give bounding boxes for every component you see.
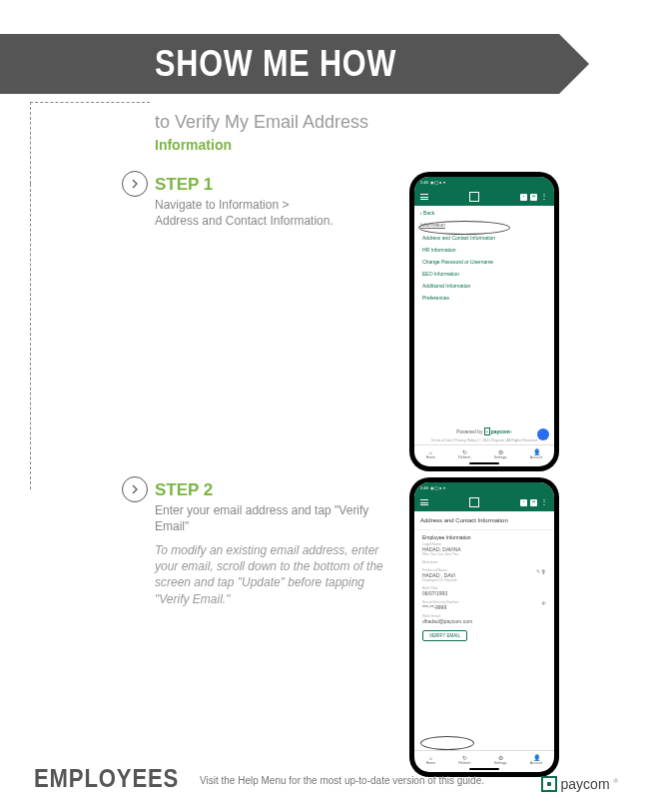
refresh-icon: ↻	[458, 754, 470, 761]
banner-title: SHOW ME HOW	[155, 43, 396, 85]
menu-item-eeo[interactable]: EEO Information	[414, 268, 554, 280]
verify-email-button[interactable]: VERIFY EMAIL	[422, 630, 467, 641]
nav-home[interactable]: ⌂Home	[426, 755, 435, 765]
status-icons: ◉ ◯ ● ▾	[430, 485, 445, 490]
step-1-desc: Navigate to Information > Address and Co…	[155, 197, 333, 229]
status-icons: ◉ ◯ ● ▾	[430, 180, 445, 185]
refresh-icon: ↻	[458, 448, 470, 455]
app-bar: • ✉ ⋮	[414, 493, 554, 511]
hamburger-icon[interactable]	[420, 194, 428, 200]
mail-icon[interactable]: ✉	[530, 194, 537, 201]
paycom-icon: ▪	[484, 427, 490, 435]
phone-mock-2: 2:48 ◉ ◯ ● ▾ • ✉ ⋮ Address and Contact I…	[409, 477, 559, 777]
step-marker-1	[122, 171, 148, 197]
mail-icon[interactable]: ✉	[530, 499, 537, 506]
back-button[interactable]: ‹ Back	[414, 206, 554, 220]
terms-text: Terms of Use | Privacy Policy | © 2021 P…	[414, 438, 554, 442]
step-marker-2	[122, 476, 148, 502]
chevron-right-icon	[130, 179, 140, 189]
highlight-ellipse	[418, 221, 510, 235]
nav-settings[interactable]: ⚙Settings	[494, 754, 507, 765]
page-title: Address and Contact Information	[414, 511, 554, 530]
powered-by: Powered by ▪paycom®	[414, 428, 554, 434]
app-logo-icon	[469, 192, 479, 202]
powered-label: Powered by	[456, 428, 484, 434]
status-bar: 2:48 ◉ ◯ ● ▾	[414, 177, 554, 188]
fab-button[interactable]	[537, 428, 549, 440]
nav-account[interactable]: 👤Account	[530, 448, 543, 459]
connector-line	[30, 184, 150, 489]
brand-text: paycom	[561, 776, 610, 792]
phone-mock-1: 2:48 ◉ ◯ ● ▾ • ✉ ⋮ ‹ Back Information Ad…	[409, 172, 559, 471]
nav-settings[interactable]: ⚙Settings	[494, 448, 507, 459]
banner: SHOW ME HOW	[0, 34, 559, 94]
footer-note: Visit the Help Menu for the most up-to-d…	[200, 775, 484, 786]
app-bar: • ✉ ⋮	[414, 188, 554, 206]
android-nav-bar	[414, 768, 554, 772]
nav-refresh[interactable]: ↻Refresh	[458, 448, 470, 459]
bottom-nav: ⌂Home ↻Refresh ⚙Settings 👤Account	[414, 750, 554, 768]
nav-refresh[interactable]: ↻Refresh	[458, 754, 470, 765]
phone-screen: 2:48 ◉ ◯ ● ▾ • ✉ ⋮ Address and Contact I…	[414, 482, 554, 772]
step-2-desc: Enter your email address and tap "Verify…	[155, 502, 384, 534]
gear-icon: ⚙	[494, 754, 507, 761]
field-preferred-name: ✎ 🗑 Preferred Name HADAD , DAVI Displaye…	[414, 567, 554, 585]
registered-mark: ®	[614, 778, 618, 784]
step-1-label: STEP 1	[155, 175, 213, 195]
status-time: 2:48	[420, 180, 428, 185]
field-value: 06/07/1993	[422, 590, 546, 596]
page-subtitle: to Verify My Email Address	[155, 112, 368, 133]
breadcrumb: Information	[155, 137, 232, 153]
field-nickname: Nickname	[414, 559, 554, 567]
app-logo-icon	[469, 497, 479, 507]
menu-list: Address and Contact Information HR Infor…	[414, 230, 554, 306]
person-icon: 👤	[530, 754, 543, 761]
highlight-ellipse	[420, 736, 474, 750]
field-sublabel: Who You Can See This	[422, 552, 546, 556]
field-value: ***-**-9999	[422, 604, 546, 610]
paycom-icon	[541, 776, 557, 792]
field-value[interactable]: dhadad@paycom.com	[422, 618, 546, 624]
person-icon: 👤	[530, 448, 543, 455]
edit-icon[interactable]: ✎ 🗑	[536, 568, 546, 574]
audience-label: EMPLOYEES	[34, 763, 179, 794]
overflow-icon[interactable]: ⋮	[540, 498, 548, 506]
status-bar: 2:48 ◉ ◯ ● ▾	[414, 482, 554, 493]
notification-icon[interactable]: •	[520, 499, 527, 506]
menu-item-password[interactable]: Change Password or Username	[414, 256, 554, 268]
nav-account[interactable]: 👤Account	[530, 754, 543, 765]
field-label: Nickname	[422, 560, 546, 564]
field-sublabel: Displayed On Paystub	[422, 578, 546, 582]
footer-logo: paycom ®	[541, 776, 618, 792]
field-work-email: Work Email dhadad@paycom.com	[414, 613, 554, 627]
section-header: Employee Information	[414, 530, 554, 541]
notification-icon[interactable]: •	[520, 194, 527, 201]
menu-item-additional[interactable]: Additional Information	[414, 280, 554, 292]
step-2-label: STEP 2	[155, 480, 213, 500]
chevron-right-icon	[130, 484, 140, 494]
field-ssn: 👁 Social Security Number ***-**-9999	[414, 599, 554, 613]
menu-item-hr[interactable]: HR Information	[414, 244, 554, 256]
visibility-icon[interactable]: 👁	[541, 600, 546, 606]
phone-screen: 2:48 ◉ ◯ ● ▾ • ✉ ⋮ ‹ Back Information Ad…	[414, 177, 554, 466]
field-legal-name: Legal Name HADAD, DAVINA Who You Can See…	[414, 541, 554, 559]
menu-item-preferences[interactable]: Preferences	[414, 292, 554, 304]
overflow-icon[interactable]: ⋮	[540, 193, 548, 201]
android-nav-bar	[414, 462, 554, 466]
bottom-nav: ⌂Home ↻Refresh ⚙Settings 👤Account	[414, 444, 554, 462]
step-2-note: To modify an existing email address, ent…	[155, 542, 389, 607]
nav-home[interactable]: ⌂Home	[426, 449, 435, 459]
status-time: 2:48	[420, 485, 428, 490]
gear-icon: ⚙	[494, 448, 507, 455]
hamburger-icon[interactable]	[420, 499, 428, 505]
brand-text: paycom	[491, 428, 510, 434]
field-birth-date: Birth Date 06/07/1993	[414, 585, 554, 599]
